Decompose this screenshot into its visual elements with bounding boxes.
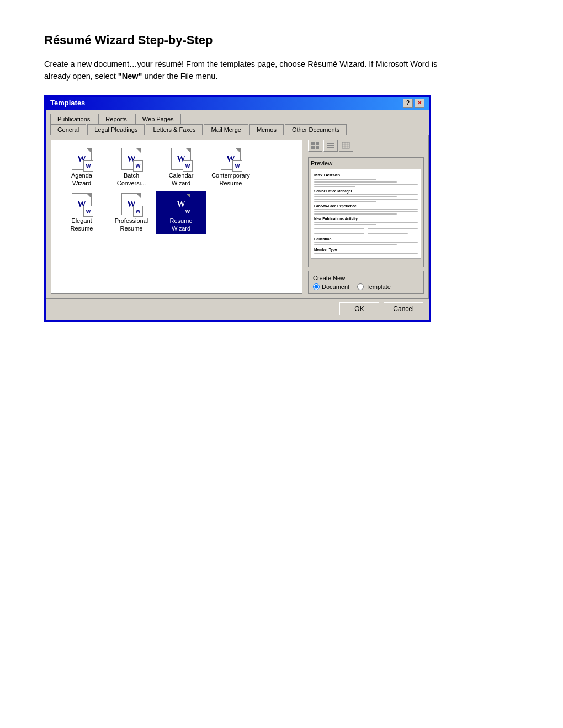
preview-line-12 bbox=[314, 222, 418, 223]
cancel-button[interactable]: Cancel bbox=[384, 302, 423, 315]
agenda-wizard-icon: W W bbox=[71, 148, 93, 171]
help-button[interactable]: ? bbox=[403, 99, 413, 108]
preview-box: Preview Max Benson Senior Office Manager… bbox=[308, 157, 424, 267]
calendar-label-1: Calendar bbox=[169, 172, 194, 179]
radio-document-text: Document bbox=[322, 283, 349, 290]
tab-mail-merge[interactable]: Mail Merge bbox=[204, 124, 248, 135]
templates-dialog: Templates ? ✕ Publications Reports Web P… bbox=[44, 95, 431, 322]
tab-row-1: Publications Reports Web Pages bbox=[50, 113, 424, 124]
preview-line-2 bbox=[314, 181, 397, 183]
file-item-agenda-wizard[interactable]: W W Agenda Wizard bbox=[57, 146, 107, 189]
main-content: W W Agenda Wizard W W Batch bbox=[46, 135, 429, 299]
radio-document[interactable] bbox=[313, 283, 320, 290]
tab-publications[interactable]: Publications bbox=[50, 114, 97, 124]
contemporary-resume-label-1: Contemporary bbox=[211, 172, 250, 179]
tabs-container: Publications Reports Web Pages General L… bbox=[46, 110, 429, 135]
resume-wizard-icon: W W bbox=[170, 193, 192, 216]
preview-line-4 bbox=[314, 186, 355, 187]
file-item-calendar[interactable]: W W Calendar Wizard bbox=[156, 146, 206, 189]
preview-line-1 bbox=[314, 179, 376, 180]
resume-wizard-label-2: Wizard bbox=[172, 225, 190, 232]
dialog-footer: OK Cancel bbox=[46, 299, 429, 320]
close-button[interactable]: ✕ bbox=[415, 99, 424, 108]
tab-memos[interactable]: Memos bbox=[249, 124, 284, 135]
radio-template-text: Template bbox=[366, 283, 391, 290]
tab-other-documents[interactable]: Other Documents bbox=[285, 124, 347, 135]
tab-general[interactable]: General bbox=[50, 124, 86, 135]
preview-line-7 bbox=[314, 199, 418, 200]
view-btn-list[interactable] bbox=[308, 140, 322, 152]
contemporary-resume-label-2: Resume bbox=[220, 180, 242, 186]
preview-line-8 bbox=[314, 201, 376, 202]
intro-text: Create a new document…your résumé! From … bbox=[44, 58, 442, 83]
preview-section-1: Senior Office Manager bbox=[314, 189, 418, 193]
elegant-resume-label-2: Resume bbox=[71, 225, 93, 232]
calendar-icon: W W bbox=[170, 148, 192, 171]
svg-rect-5 bbox=[327, 145, 334, 146]
right-panel: Preview Max Benson Senior Office Manager… bbox=[308, 140, 424, 294]
tab-letters-faxes[interactable]: Letters & Faxes bbox=[146, 124, 203, 135]
svg-rect-0 bbox=[311, 142, 315, 145]
preview-section-5: Member Type bbox=[314, 248, 418, 251]
radio-row: Document Template bbox=[313, 283, 419, 290]
preview-line-13 bbox=[314, 224, 376, 225]
svg-rect-1 bbox=[311, 146, 315, 149]
preview-line-14 bbox=[314, 228, 364, 229]
calendar-label-2: Wizard bbox=[172, 180, 190, 186]
titlebar-buttons: ? ✕ bbox=[403, 99, 424, 108]
preview-doc: Max Benson Senior Office Manager Face-to… bbox=[311, 169, 421, 259]
svg-rect-7 bbox=[342, 142, 349, 148]
preview-section-2: Face-to-Face Experience bbox=[314, 204, 418, 208]
preview-line-19 bbox=[314, 244, 397, 245]
view-btn-icons[interactable] bbox=[339, 140, 353, 152]
file-item-resume-wizard[interactable]: W W Resume Wizard bbox=[156, 191, 206, 234]
svg-rect-2 bbox=[316, 142, 319, 145]
page-title: Résumé Wizard Step-by-Step bbox=[44, 33, 519, 47]
view-buttons bbox=[308, 140, 424, 152]
file-item-elegant-resume[interactable]: W W Elegant Resume bbox=[57, 191, 107, 234]
batch-label-2: Conversi... bbox=[117, 180, 146, 186]
preview-line-17 bbox=[368, 233, 408, 234]
radio-document-label[interactable]: Document bbox=[313, 283, 349, 290]
preview-section-3: New Publications Activity bbox=[314, 217, 418, 221]
file-item-professional-resume[interactable]: W W Professional Resume bbox=[107, 191, 156, 234]
preview-line-9 bbox=[314, 209, 418, 210]
svg-rect-6 bbox=[327, 147, 334, 148]
file-area: W W Agenda Wizard W W Batch bbox=[51, 140, 302, 294]
file-item-batch[interactable]: W W Batch Conversi... bbox=[107, 146, 156, 189]
batch-label-1: Batch bbox=[124, 172, 139, 179]
view-btn-details[interactable] bbox=[323, 140, 338, 152]
tab-legal-pleadings[interactable]: Legal Pleadings bbox=[87, 124, 145, 135]
preview-line-16 bbox=[368, 228, 418, 229]
radio-template[interactable] bbox=[357, 283, 364, 290]
professional-resume-label-2: Resume bbox=[120, 225, 143, 232]
radio-template-label[interactable]: Template bbox=[357, 283, 391, 290]
elegant-resume-label-1: Elegant bbox=[71, 217, 92, 224]
agenda-wizard-label-1: Agenda bbox=[71, 172, 92, 179]
preview-line-11 bbox=[314, 213, 397, 215]
create-new-box: Create New Document Template bbox=[308, 271, 424, 294]
dialog-titlebar: Templates ? ✕ bbox=[46, 97, 429, 110]
professional-resume-label-1: Professional bbox=[115, 217, 148, 224]
svg-rect-4 bbox=[327, 143, 334, 144]
tab-web-pages[interactable]: Web Pages bbox=[135, 114, 181, 124]
preview-line-6 bbox=[314, 196, 397, 197]
batch-icon: W W bbox=[120, 148, 142, 171]
tab-reports[interactable]: Reports bbox=[98, 114, 134, 124]
preview-line-18 bbox=[314, 242, 418, 243]
preview-line-3 bbox=[314, 184, 418, 185]
professional-resume-icon: W W bbox=[120, 193, 142, 216]
file-item-contemporary-resume[interactable]: W W Contemporary Resume bbox=[206, 146, 256, 189]
preview-name: Max Benson bbox=[314, 173, 418, 178]
preview-line-5 bbox=[314, 194, 418, 195]
file-grid: W W Agenda Wizard W W Batch bbox=[57, 146, 296, 234]
contemporary-resume-icon: W W bbox=[220, 148, 242, 171]
svg-rect-3 bbox=[316, 146, 319, 149]
resume-wizard-label-1: Resume bbox=[170, 217, 193, 224]
preview-line-20 bbox=[314, 253, 418, 254]
preview-line-10 bbox=[314, 211, 418, 212]
ok-button[interactable]: OK bbox=[339, 302, 379, 315]
tab-row-2: General Legal Pleadings Letters & Faxes … bbox=[50, 124, 424, 135]
preview-label: Preview bbox=[311, 160, 421, 167]
preview-section-4: Education bbox=[314, 237, 418, 241]
